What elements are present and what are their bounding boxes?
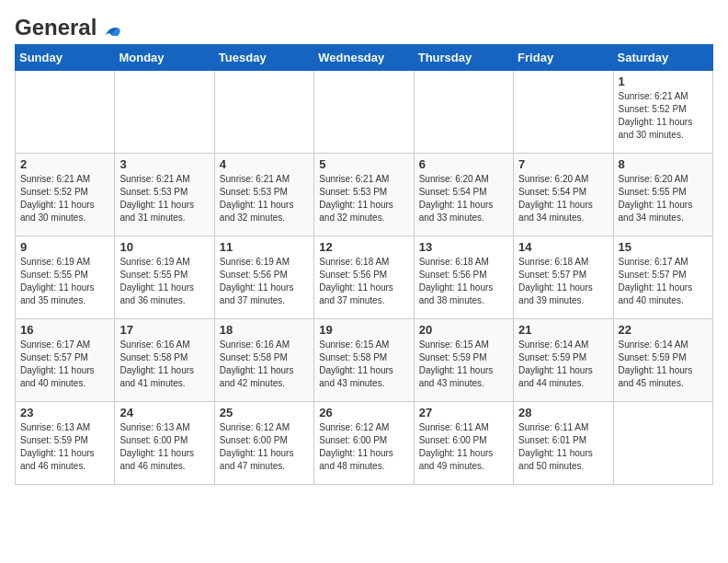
day-info: Sunrise: 6:18 AM Sunset: 5:56 PM Dayligh… bbox=[319, 256, 408, 307]
calendar-cell: 22Sunrise: 6:14 AM Sunset: 5:59 PM Dayli… bbox=[613, 319, 712, 402]
day-number: 20 bbox=[419, 323, 508, 337]
day-info: Sunrise: 6:11 AM Sunset: 6:00 PM Dayligh… bbox=[419, 421, 508, 473]
day-info: Sunrise: 6:20 AM Sunset: 5:54 PM Dayligh… bbox=[518, 173, 608, 224]
day-info: Sunrise: 6:15 AM Sunset: 5:59 PM Dayligh… bbox=[419, 339, 508, 390]
day-info: Sunrise: 6:12 AM Sunset: 6:00 PM Dayligh… bbox=[220, 421, 309, 473]
calendar-cell: 4Sunrise: 6:21 AM Sunset: 5:53 PM Daylig… bbox=[214, 154, 313, 236]
calendar-cell: 7Sunrise: 6:20 AM Sunset: 5:54 PM Daylig… bbox=[514, 154, 613, 236]
day-number: 9 bbox=[20, 240, 109, 254]
day-number: 4 bbox=[220, 157, 309, 171]
calendar-table: SundayMondayTuesdayWednesdayThursdayFrid… bbox=[15, 44, 713, 485]
calendar-cell: 9Sunrise: 6:19 AM Sunset: 5:55 PM Daylig… bbox=[16, 236, 115, 319]
calendar-cell: 16Sunrise: 6:17 AM Sunset: 5:57 PM Dayli… bbox=[16, 319, 115, 402]
calendar-cell: 18Sunrise: 6:16 AM Sunset: 5:58 PM Dayli… bbox=[214, 319, 313, 402]
calendar-cell: 24Sunrise: 6:13 AM Sunset: 6:00 PM Dayli… bbox=[115, 402, 214, 485]
calendar-cell: 3Sunrise: 6:21 AM Sunset: 5:53 PM Daylig… bbox=[115, 154, 214, 236]
day-info: Sunrise: 6:16 AM Sunset: 5:58 PM Dayligh… bbox=[220, 339, 309, 390]
day-number: 2 bbox=[20, 157, 109, 171]
calendar-cell bbox=[16, 71, 115, 154]
day-info: Sunrise: 6:13 AM Sunset: 5:59 PM Dayligh… bbox=[20, 421, 109, 473]
day-number: 16 bbox=[20, 323, 109, 337]
day-info: Sunrise: 6:17 AM Sunset: 5:57 PM Dayligh… bbox=[619, 256, 708, 307]
day-number: 1 bbox=[619, 75, 708, 88]
col-header-monday: Monday bbox=[115, 45, 214, 71]
day-info: Sunrise: 6:21 AM Sunset: 5:53 PM Dayligh… bbox=[220, 173, 309, 224]
day-number: 12 bbox=[319, 240, 408, 254]
calendar-cell: 17Sunrise: 6:16 AM Sunset: 5:58 PM Dayli… bbox=[115, 319, 214, 402]
day-number: 26 bbox=[319, 406, 408, 419]
day-number: 15 bbox=[619, 240, 708, 254]
calendar-cell: 5Sunrise: 6:21 AM Sunset: 5:53 PM Daylig… bbox=[314, 154, 414, 236]
day-info: Sunrise: 6:21 AM Sunset: 5:53 PM Dayligh… bbox=[119, 173, 209, 224]
day-info: Sunrise: 6:14 AM Sunset: 5:59 PM Dayligh… bbox=[619, 339, 708, 390]
calendar-cell: 26Sunrise: 6:12 AM Sunset: 6:00 PM Dayli… bbox=[314, 402, 414, 485]
col-header-saturday: Saturday bbox=[613, 45, 712, 71]
calendar-cell: 12Sunrise: 6:18 AM Sunset: 5:56 PM Dayli… bbox=[314, 236, 414, 319]
day-number: 10 bbox=[119, 240, 209, 254]
day-number: 13 bbox=[419, 240, 508, 254]
calendar-cell: 1Sunrise: 6:21 AM Sunset: 5:52 PM Daylig… bbox=[613, 71, 712, 154]
calendar-cell: 23Sunrise: 6:13 AM Sunset: 5:59 PM Dayli… bbox=[16, 402, 115, 485]
day-info: Sunrise: 6:14 AM Sunset: 5:59 PM Dayligh… bbox=[518, 339, 608, 390]
calendar-cell: 2Sunrise: 6:21 AM Sunset: 5:52 PM Daylig… bbox=[16, 154, 115, 236]
day-number: 21 bbox=[518, 323, 608, 337]
day-info: Sunrise: 6:19 AM Sunset: 5:55 PM Dayligh… bbox=[20, 256, 109, 307]
day-info: Sunrise: 6:20 AM Sunset: 5:55 PM Dayligh… bbox=[619, 173, 708, 224]
day-number: 28 bbox=[518, 406, 608, 419]
day-info: Sunrise: 6:15 AM Sunset: 5:58 PM Dayligh… bbox=[319, 339, 408, 390]
calendar-cell: 28Sunrise: 6:11 AM Sunset: 6:01 PM Dayli… bbox=[514, 402, 613, 485]
day-info: Sunrise: 6:21 AM Sunset: 5:53 PM Dayligh… bbox=[319, 173, 408, 224]
day-number: 24 bbox=[119, 406, 209, 419]
calendar-cell: 20Sunrise: 6:15 AM Sunset: 5:59 PM Dayli… bbox=[414, 319, 513, 402]
day-number: 11 bbox=[220, 240, 309, 254]
day-number: 5 bbox=[319, 157, 408, 171]
day-info: Sunrise: 6:11 AM Sunset: 6:01 PM Dayligh… bbox=[518, 421, 608, 473]
day-info: Sunrise: 6:20 AM Sunset: 5:54 PM Dayligh… bbox=[419, 173, 508, 224]
day-info: Sunrise: 6:16 AM Sunset: 5:58 PM Dayligh… bbox=[119, 339, 209, 390]
calendar-cell bbox=[214, 71, 313, 154]
logo-bird-icon bbox=[103, 23, 123, 40]
day-number: 19 bbox=[319, 323, 408, 337]
calendar-cell: 13Sunrise: 6:18 AM Sunset: 5:56 PM Dayli… bbox=[414, 236, 513, 319]
day-number: 6 bbox=[419, 157, 508, 171]
calendar-cell bbox=[613, 402, 712, 485]
calendar-cell: 15Sunrise: 6:17 AM Sunset: 5:57 PM Dayli… bbox=[613, 236, 712, 319]
day-info: Sunrise: 6:19 AM Sunset: 5:55 PM Dayligh… bbox=[119, 256, 209, 307]
day-info: Sunrise: 6:12 AM Sunset: 6:00 PM Dayligh… bbox=[319, 421, 408, 473]
logo: General bbox=[15, 15, 123, 35]
day-info: Sunrise: 6:18 AM Sunset: 5:56 PM Dayligh… bbox=[419, 256, 508, 307]
day-number: 14 bbox=[518, 240, 608, 254]
day-info: Sunrise: 6:17 AM Sunset: 5:57 PM Dayligh… bbox=[20, 339, 109, 390]
day-number: 25 bbox=[220, 406, 309, 419]
day-number: 17 bbox=[119, 323, 209, 337]
calendar-cell: 6Sunrise: 6:20 AM Sunset: 5:54 PM Daylig… bbox=[414, 154, 513, 236]
day-number: 7 bbox=[518, 157, 608, 171]
calendar-cell: 10Sunrise: 6:19 AM Sunset: 5:55 PM Dayli… bbox=[115, 236, 214, 319]
day-number: 23 bbox=[20, 406, 109, 419]
day-info: Sunrise: 6:21 AM Sunset: 5:52 PM Dayligh… bbox=[20, 173, 109, 224]
col-header-tuesday: Tuesday bbox=[214, 45, 313, 71]
calendar-cell: 8Sunrise: 6:20 AM Sunset: 5:55 PM Daylig… bbox=[613, 154, 712, 236]
calendar-cell bbox=[514, 71, 613, 154]
day-info: Sunrise: 6:21 AM Sunset: 5:52 PM Dayligh… bbox=[619, 90, 708, 142]
day-info: Sunrise: 6:19 AM Sunset: 5:56 PM Dayligh… bbox=[220, 256, 309, 307]
col-header-thursday: Thursday bbox=[414, 45, 513, 71]
col-header-sunday: Sunday bbox=[16, 45, 115, 71]
day-number: 27 bbox=[419, 406, 508, 419]
logo-general: General bbox=[15, 15, 97, 40]
calendar-cell bbox=[115, 71, 214, 154]
calendar-cell: 19Sunrise: 6:15 AM Sunset: 5:58 PM Dayli… bbox=[314, 319, 414, 402]
day-number: 18 bbox=[220, 323, 309, 337]
col-header-friday: Friday bbox=[514, 45, 613, 71]
calendar-cell: 27Sunrise: 6:11 AM Sunset: 6:00 PM Dayli… bbox=[414, 402, 513, 485]
day-number: 22 bbox=[619, 323, 708, 337]
calendar-cell: 25Sunrise: 6:12 AM Sunset: 6:00 PM Dayli… bbox=[214, 402, 313, 485]
page-header: General bbox=[15, 15, 713, 35]
day-info: Sunrise: 6:13 AM Sunset: 6:00 PM Dayligh… bbox=[119, 421, 209, 473]
calendar-cell bbox=[414, 71, 513, 154]
calendar-cell: 11Sunrise: 6:19 AM Sunset: 5:56 PM Dayli… bbox=[214, 236, 313, 319]
day-number: 8 bbox=[619, 157, 708, 171]
day-number: 3 bbox=[119, 157, 209, 171]
calendar-cell: 14Sunrise: 6:18 AM Sunset: 5:57 PM Dayli… bbox=[514, 236, 613, 319]
calendar-cell: 21Sunrise: 6:14 AM Sunset: 5:59 PM Dayli… bbox=[514, 319, 613, 402]
